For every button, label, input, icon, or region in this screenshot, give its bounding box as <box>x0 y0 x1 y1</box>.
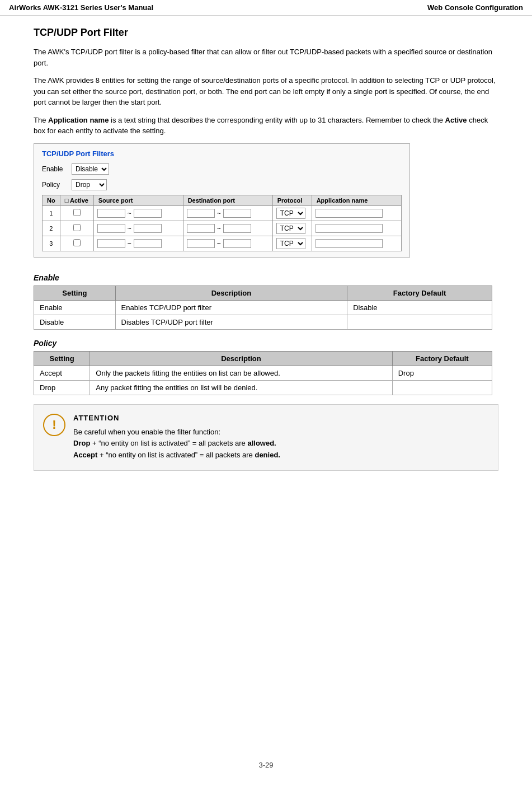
denied-bold: denied. <box>255 451 280 459</box>
dst-end-3[interactable] <box>223 239 251 248</box>
row-proto: TCP UDP <box>272 236 312 251</box>
appname-input-3[interactable] <box>316 239 383 248</box>
src-start-2[interactable] <box>97 224 125 233</box>
filter-table-row: 3 ~ ~ TCP UDP <box>43 236 402 251</box>
enable-select[interactable]: Disable Enable <box>72 163 109 175</box>
row-appname <box>312 205 401 221</box>
tilde-src-3: ~ <box>128 240 131 247</box>
attention-intro: Be careful when you enable the filter fu… <box>73 428 220 436</box>
attention-line2-rest: + “no entity on list is activated” = all… <box>97 451 255 459</box>
enable-default-1 <box>347 315 492 329</box>
col-header-dst: Destination port <box>183 195 272 205</box>
row-src: ~ <box>93 221 183 236</box>
enable-label: Enable <box>42 165 67 173</box>
filter-table: No □ Active Source port Destination port… <box>42 195 402 251</box>
row-no: 1 <box>43 205 60 221</box>
dst-end-1[interactable] <box>223 209 251 218</box>
row-active <box>60 236 93 251</box>
appname-input-1[interactable] <box>316 209 383 218</box>
row-dst: ~ <box>183 205 272 221</box>
policy-th-desc: Description <box>90 351 392 366</box>
col-header-no: No <box>43 195 60 205</box>
page-footer: 3-29 <box>0 750 532 780</box>
policy-setting-1: Drop <box>34 380 90 395</box>
row-no: 3 <box>43 236 60 251</box>
enable-th-default: Factory Default <box>347 286 492 300</box>
widget-title: TCP/UDP Port Filters <box>42 149 402 158</box>
tilde-src-1: ~ <box>128 209 131 217</box>
row-active <box>60 205 93 221</box>
policy-select[interactable]: Drop Accept <box>72 179 107 190</box>
drop-bold: Drop <box>73 439 90 447</box>
row-dst: ~ <box>183 236 272 251</box>
paragraph-3: The Application name is a text string th… <box>34 115 498 137</box>
row-src: ~ <box>93 236 183 251</box>
filter-table-row: 2 ~ ~ TCP UDP <box>43 221 402 236</box>
enable-setting-1: Disable <box>34 315 116 329</box>
active-checkbox-1[interactable] <box>73 209 81 216</box>
enable-table: Setting Description Factory Default Enab… <box>34 286 492 330</box>
policy-row: Policy Drop Accept <box>42 179 402 190</box>
appname-input-2[interactable] <box>316 224 383 233</box>
policy-label: Policy <box>42 181 67 189</box>
allowed-bold: allowed. <box>247 439 276 447</box>
chapter-title: Web Console Configuration <box>427 3 523 12</box>
attention-box: ! ATTENTION Be careful when you enable t… <box>34 404 498 471</box>
page-title: TCP/UDP Port Filter <box>34 27 498 39</box>
filter-table-row: 1 ~ ~ TCP UDP <box>43 205 402 221</box>
row-dst: ~ <box>183 221 272 236</box>
tilde-src-2: ~ <box>128 224 131 232</box>
row-appname <box>312 236 401 251</box>
dst-start-2[interactable] <box>187 224 215 233</box>
attention-title: ATTENTION <box>73 414 280 422</box>
enable-default-0: Disable <box>347 300 492 315</box>
attention-content: ATTENTION Be careful when you enable the… <box>73 414 280 461</box>
enable-th-setting: Setting <box>34 286 116 300</box>
policy-default-0: Drop <box>392 366 492 380</box>
paragraph-1: The AWK's TCP/UDP port filter is a polic… <box>34 46 498 68</box>
page-number: 3-29 <box>258 761 273 769</box>
proto-select-1[interactable]: TCP UDP <box>276 208 305 219</box>
dst-start-1[interactable] <box>187 209 215 218</box>
row-active <box>60 221 93 236</box>
policy-th-default: Factory Default <box>392 351 492 366</box>
enable-desc-0: Enables TCP/UDP port filter <box>115 300 347 315</box>
policy-table-row: Drop Any packet fitting the entities on … <box>34 380 492 395</box>
policy-desc-0: Only the packets fitting the entities on… <box>90 366 392 380</box>
src-end-1[interactable] <box>134 209 162 218</box>
policy-table: Setting Description Factory Default Acce… <box>34 351 492 395</box>
attention-line1-rest: + “no entity on list is activated” = all… <box>90 439 247 447</box>
main-content: TCP/UDP Port Filter The AWK's TCP/UDP po… <box>0 16 532 493</box>
src-start-1[interactable] <box>97 209 125 218</box>
policy-setting-0: Accept <box>34 366 90 380</box>
tcpudp-widget: TCP/UDP Port Filters Enable Disable Enab… <box>34 143 410 258</box>
active-checkbox-2[interactable] <box>73 224 81 231</box>
proto-select-3[interactable]: TCP UDP <box>276 238 305 249</box>
tilde-dst-3: ~ <box>217 240 221 247</box>
col-header-src: Source port <box>93 195 183 205</box>
row-appname <box>312 221 401 236</box>
manual-title: AirWorks AWK-3121 Series User's Manual <box>9 3 153 12</box>
policy-table-row: Accept Only the packets fitting the enti… <box>34 366 492 380</box>
enable-section-label: Enable <box>34 273 498 282</box>
row-proto: TCP UDP <box>272 221 312 236</box>
paragraph-2: The AWK provides 8 entities for setting … <box>34 75 498 108</box>
policy-default-1 <box>392 380 492 395</box>
col-header-proto: Protocol <box>272 195 312 205</box>
policy-th-setting: Setting <box>34 351 90 366</box>
enable-desc-1: Disables TCP/UDP port filter <box>115 315 347 329</box>
page-header: AirWorks AWK-3121 Series User's Manual W… <box>0 0 532 16</box>
src-end-2[interactable] <box>134 224 162 233</box>
src-start-3[interactable] <box>97 239 125 248</box>
policy-desc-1: Any packet fitting the entities on list … <box>90 380 392 395</box>
proto-select-2[interactable]: TCP UDP <box>276 223 305 234</box>
col-header-active: □ Active <box>60 195 93 205</box>
active-checkbox-3[interactable] <box>73 239 81 246</box>
row-no: 2 <box>43 221 60 236</box>
dst-end-2[interactable] <box>223 224 251 233</box>
tilde-dst-2: ~ <box>217 224 221 232</box>
tilde-dst-1: ~ <box>217 209 221 217</box>
attention-text: Be careful when you enable the filter fu… <box>73 427 280 461</box>
src-end-3[interactable] <box>134 239 162 248</box>
dst-start-3[interactable] <box>187 239 215 248</box>
